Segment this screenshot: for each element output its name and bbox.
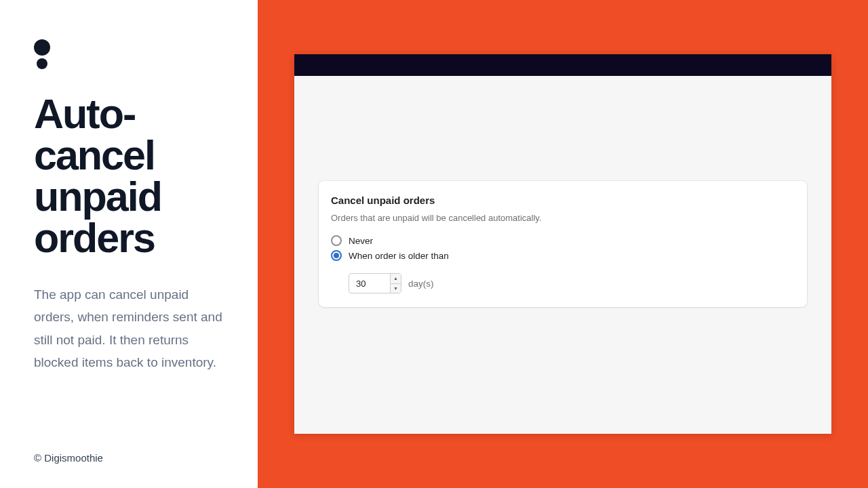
days-number-field[interactable]: 30 ▲ ▼ <box>349 273 401 293</box>
radio-label-never: Never <box>349 236 373 246</box>
radio-input-never[interactable] <box>331 235 342 246</box>
days-input[interactable]: 30 <box>349 274 390 293</box>
card-title: Cancel unpaid orders <box>331 195 795 206</box>
logo-icon <box>34 39 224 69</box>
app-window: Cancel unpaid orders Orders that are unp… <box>294 54 831 434</box>
logo-dot-large <box>34 39 50 56</box>
radio-group: Never When order is older than 30 ▲ ▼ <box>331 235 795 293</box>
page-description: The app can cancel unpaid orders, when r… <box>34 283 224 373</box>
days-unit-label: day(s) <box>408 279 434 289</box>
copyright-text: © Digismoothie <box>34 452 103 464</box>
days-input-row: 30 ▲ ▼ day(s) <box>349 273 795 293</box>
info-panel: Auto-cancel unpaid orders The app can ca… <box>0 0 258 488</box>
page-heading: Auto-cancel unpaid orders <box>34 94 224 259</box>
radio-option-older-than[interactable]: When order is older than <box>331 250 795 261</box>
number-spinner: ▲ ▼ <box>390 274 401 293</box>
app-body: Cancel unpaid orders Orders that are unp… <box>294 76 831 434</box>
logo-dot-small <box>37 58 47 69</box>
cancel-unpaid-orders-card: Cancel unpaid orders Orders that are unp… <box>319 181 807 307</box>
spinner-down-button[interactable]: ▼ <box>391 284 401 293</box>
spinner-up-button[interactable]: ▲ <box>391 274 401 284</box>
card-subtitle: Orders that are unpaid will be cancelled… <box>331 213 795 223</box>
radio-input-older-than[interactable] <box>331 250 342 261</box>
screenshot-panel: Cancel unpaid orders Orders that are unp… <box>258 0 868 488</box>
radio-label-older-than: When order is older than <box>349 251 449 261</box>
radio-option-never[interactable]: Never <box>331 235 795 246</box>
app-topbar <box>294 54 831 76</box>
